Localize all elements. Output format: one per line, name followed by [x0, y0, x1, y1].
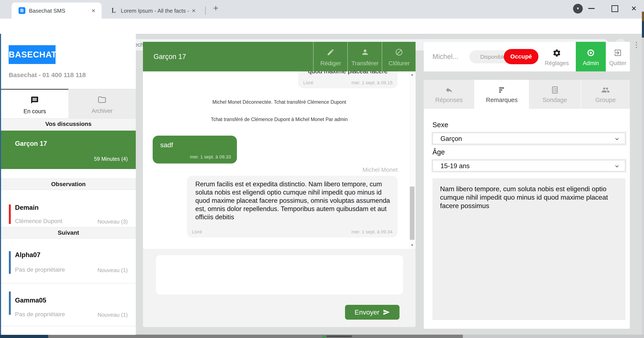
tab-groupe[interactable]: Groupe	[581, 80, 630, 109]
scroll-up-icon[interactable]: ▲	[409, 73, 415, 77]
message-time: mer. 1 sept. à 09.33	[190, 154, 231, 160]
tab-label: Remarques	[475, 97, 529, 104]
age-label: Âge	[432, 148, 445, 156]
tab-remarques[interactable]: Remarques	[475, 80, 529, 109]
folder-icon	[98, 96, 106, 105]
chat-panel: Garçon 17 Rédiger Transférer Clôturer	[143, 42, 416, 327]
message-time: mer. 1 sept. à 09.15	[352, 80, 392, 86]
age-value: 15-19 ans	[440, 162, 470, 170]
discussion-title: Garçon 17	[15, 140, 47, 147]
basechat-logo: BASECHAT	[9, 45, 56, 64]
tab-basechat[interactable]: B Basechat SMS ×	[12, 3, 102, 19]
send-button[interactable]: Envoyer	[345, 305, 400, 320]
lorem-favicon-icon: L	[112, 6, 116, 14]
screen-right-edge	[642, 12, 644, 338]
close-window-button[interactable]: ×	[628, 3, 639, 14]
chat-title: Garçon 17	[154, 42, 186, 71]
item-color-bar	[9, 291, 11, 315]
system-message: Michel Monet Déconnectée. Tchat transfér…	[143, 99, 416, 105]
discussion-title: Demain	[15, 204, 39, 211]
new-badge: Nouveau (1)	[98, 267, 128, 273]
new-badge: Nouveau (3)	[98, 218, 128, 225]
quit-button[interactable]: Quitter	[606, 42, 630, 71]
people-icon	[601, 86, 610, 95]
screen-right-edge-navy	[642, 21, 644, 38]
pencil-icon	[327, 48, 335, 57]
sex-value: Garçon	[440, 135, 462, 143]
tab-en-cours[interactable]: En cours	[1, 89, 68, 120]
screen-right-edge-brown	[642, 12, 644, 21]
chat-bubble-icon	[30, 96, 39, 105]
maximize-button[interactable]	[612, 5, 618, 12]
message-bubble-incoming: Rerum facilis est et expedita distinctio…	[187, 176, 398, 237]
scroll-down-icon[interactable]: ▼	[409, 243, 415, 247]
discussion-item-alpha07[interactable]: Alpha07 Pas de propriétaire Nouveau (1)	[1, 240, 136, 283]
bottom-edge-navy	[0, 334, 48, 338]
scrollbar-thumb[interactable]	[410, 187, 414, 240]
messages-area: quod maxime placeat facere Livré mer. 1 …	[143, 71, 416, 249]
section-header-suivant: Suivant	[1, 227, 136, 238]
message-bubble-outgoing: sadf mer. 1 sept. à 09.33	[153, 136, 237, 164]
close-tab-icon[interactable]: ×	[92, 7, 96, 14]
send-label: Envoyer	[354, 308, 379, 316]
chevron-down-icon	[614, 163, 620, 170]
age-select[interactable]: 15-19 ans	[432, 160, 626, 172]
tab-label: En cours	[1, 108, 68, 115]
tab-title: Lorem Ipsum - All the facts - Lips	[121, 8, 190, 14]
ballot-icon	[551, 86, 559, 95]
notes-textarea[interactable]: Nam libero tempore, cum soluta nobis est…	[432, 178, 626, 320]
horizontal-scrollbar-track	[463, 334, 644, 338]
settings-button[interactable]: Réglages	[544, 42, 570, 71]
sex-select[interactable]: Garçon	[432, 133, 626, 144]
gear-icon	[552, 49, 561, 58]
messages-scrollbar[interactable]: ▲ ▼	[409, 71, 415, 249]
discussion-item-gamma05[interactable]: Gamma05 Pas de propriétaire Nouveau (1)	[1, 286, 136, 326]
notes-icon	[498, 86, 506, 95]
agent-name: Michel...	[432, 42, 458, 71]
discussion-title: Gamma05	[15, 297, 46, 304]
tab-label: Réponses	[424, 97, 474, 104]
discussion-item-selected[interactable]: Garçon 17 59 Minutes (4)	[1, 131, 136, 169]
sidebar-tabs: En cours Archiver	[1, 89, 136, 119]
tab-archiver[interactable]: Archiver	[68, 89, 136, 119]
tab-sondage[interactable]: Sondage	[529, 80, 581, 109]
browser-toolbar: ← → ↻ smsloho.basechat.com/BasechatSMS/1…	[0, 19, 644, 34]
admin-button[interactable]: Admin	[576, 42, 606, 71]
tab-title: Basechat SMS	[29, 8, 65, 14]
system-message: Tchat transféré de Clémence Dupont à Mic…	[143, 117, 416, 122]
new-badge: Nouveau (1)	[98, 311, 128, 318]
close-chat-button[interactable]: Clôturer	[382, 42, 416, 71]
discussion-owner: Pas de propriétaire	[15, 266, 65, 273]
discussion-owner: Clémence Dupont	[15, 218, 62, 225]
section-header-discussions: Vos discussions	[1, 118, 136, 130]
compose-button[interactable]: Rédiger	[313, 42, 348, 71]
discussion-owner: Pas de propriétaire	[15, 311, 65, 318]
horizontal-scrollbar[interactable]	[48, 334, 463, 338]
status-busy-button[interactable]: Occupé	[504, 49, 538, 64]
tab-label: Groupe	[581, 97, 630, 104]
basechat-favicon-icon: B	[18, 7, 25, 14]
browser-menu-icon[interactable]: ⋮	[632, 39, 641, 50]
account-line: Basechat - 01 400 118 118	[9, 71, 86, 79]
minimize-button[interactable]	[588, 8, 594, 9]
button-label: Admin	[576, 60, 606, 67]
block-icon	[395, 48, 403, 57]
tab-separator	[205, 6, 206, 15]
sex-label: Sexe	[432, 121, 448, 129]
transfer-button[interactable]: Transférer	[347, 42, 382, 71]
send-icon	[383, 309, 390, 316]
exit-icon	[614, 49, 622, 58]
message-time: mer. 1 sept. à 09.34	[352, 229, 392, 235]
agent-header-card: Michel... Disponible Occupé Réglages Adm…	[424, 42, 630, 71]
tab-strip: B Basechat SMS × L Lorem Ipsum - All the…	[0, 0, 644, 19]
button-label: Clôturer	[382, 60, 416, 67]
close-tab-icon[interactable]: ×	[192, 7, 196, 14]
media-controls-button[interactable]: ▼	[573, 4, 583, 14]
tab-reponses[interactable]: Réponses	[424, 80, 475, 109]
message-input[interactable]	[156, 255, 403, 294]
tab-lorem-ipsum[interactable]: L Lorem Ipsum - All the facts - Lips ×	[106, 3, 205, 19]
chat-header: Garçon 17 Rédiger Transférer Clôturer	[143, 42, 416, 71]
new-tab-button[interactable]: +	[211, 4, 221, 14]
reply-icon	[445, 86, 453, 95]
message-status: Livré	[303, 80, 313, 86]
